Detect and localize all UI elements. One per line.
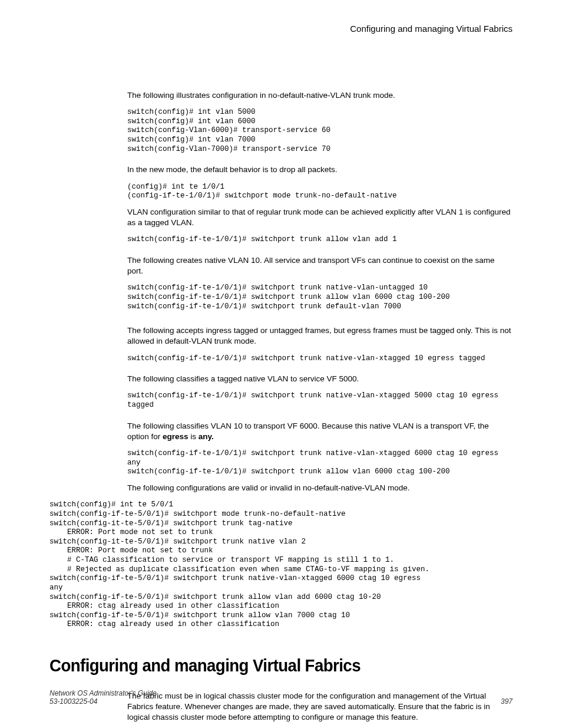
text-bold: egress: [163, 432, 189, 441]
paragraph: The following creates native VLAN 10. Al…: [127, 255, 513, 276]
paragraph: The following configurations are valid o…: [127, 483, 513, 493]
paragraph: The following classifies VLAN 10 to tran…: [127, 421, 513, 442]
code-block: switch(config-if-te-1/0/1)# switchport t…: [49, 235, 513, 245]
running-header: Configuring and managing Virtual Fabrics: [49, 24, 513, 34]
paragraph: The following classifies a tagged native…: [127, 374, 513, 384]
section-heading: Configuring and managing Virtual Fabrics: [49, 655, 475, 676]
code-block: switch(config-if-te-1/0/1)# switchport t…: [49, 284, 513, 311]
code-block: switch(config-if-te-1/0/1)# switchport t…: [49, 449, 513, 477]
footer-doc-title: Network OS Administrator's Guide: [49, 689, 513, 697]
paragraph: In the new mode, the default behavior is…: [127, 164, 513, 175]
text-bold: any.: [199, 432, 214, 441]
code-block: switch(config-if-te-1/0/1)# switchport t…: [49, 354, 513, 364]
paragraph: The following illustrates configuration …: [127, 90, 513, 101]
code-block: switch(config)# int vlan 5000 switch(con…: [49, 108, 513, 154]
paragraph: The following accepts ingress tagged or …: [127, 325, 513, 347]
footer-page-number: 397: [501, 697, 513, 706]
code-block: switch(config-if-te-1/0/1)# switchport t…: [49, 391, 513, 410]
text: is: [189, 432, 199, 441]
code-block: switch(config)# int te 5/0/1 switch(conf…: [49, 500, 513, 630]
code-block: (config)# int te 1/0/1 (config-if-te-1/0…: [49, 183, 513, 201]
paragraph: VLAN configuration similar to that of re…: [127, 207, 513, 228]
footer-doc-id: 53-1003225-04: [49, 697, 513, 706]
page-footer: Network OS Administrator's Guide 53-1003…: [49, 689, 513, 706]
